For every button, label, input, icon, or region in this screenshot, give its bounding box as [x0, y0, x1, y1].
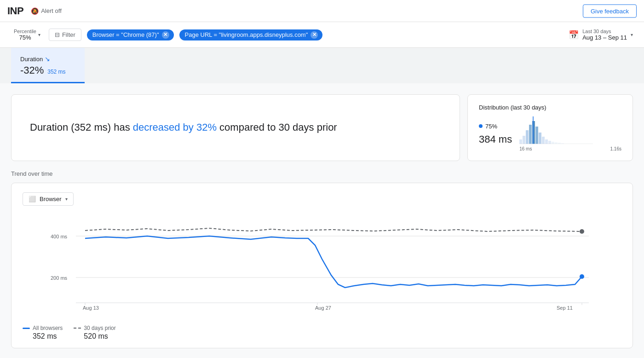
- url-filter-chip: Page URL = "livingroom.apps.disneyplus.c…: [179, 29, 323, 40]
- all-browsers-label: All browsers: [33, 325, 63, 331]
- chevron-down-icon: ▾: [38, 32, 40, 37]
- chart-area: 400 ms 200 ms Aug 13 Aug 27 Sep 11: [23, 213, 621, 341]
- svg-rect-2: [526, 130, 529, 144]
- tab-change: -32%: [20, 64, 44, 76]
- main-content: Duration (352 ms) has decreased by 32% c…: [0, 83, 644, 358]
- svg-point-27: [580, 274, 584, 279]
- dist-title: Distribution (last 30 days): [479, 104, 621, 111]
- date-range-value: Aug 13 – Sep 11: [582, 34, 627, 41]
- duration-tab[interactable]: Duration ↘ -32% 352 ms: [11, 48, 85, 83]
- all-browsers-value: 352 ms: [33, 332, 63, 341]
- prior-value: 520 ms: [84, 332, 115, 341]
- dist-percentile: 75%: [485, 123, 497, 130]
- dist-legend-item: 75%: [479, 123, 512, 130]
- svg-rect-10: [552, 142, 554, 144]
- summary-row: Duration (352 ms) has decreased by 32% c…: [11, 94, 633, 161]
- chip1-close-button[interactable]: ✕: [162, 31, 169, 39]
- calendar-icon: 📅: [569, 30, 579, 40]
- metric-tabs: Duration ↘ -32% 352 ms: [0, 48, 644, 83]
- browser-chevron-icon: ▾: [65, 196, 68, 202]
- chip1-label: Browser = "Chrome (87)": [92, 31, 159, 38]
- svg-rect-9: [548, 141, 551, 144]
- trend-section: Trend over time ⬜ Browser ▾ 400 ms 200 m…: [11, 170, 633, 348]
- browser-label: Browser: [40, 196, 62, 202]
- chart-legend: All browsers 352 ms 30 days prior 520 ms: [23, 321, 621, 341]
- browser-icon: ⬜: [29, 196, 36, 202]
- header: INP 🔕 Alert off Give feedback: [0, 0, 644, 22]
- percentile-button[interactable]: Percentile 75% ▾: [11, 27, 43, 43]
- inp-label: INP: [7, 5, 23, 17]
- svg-rect-11: [555, 142, 558, 144]
- filter-label: Filter: [62, 31, 75, 38]
- dist-dot: [479, 124, 483, 128]
- summary-text-after: compared to 30 days prior: [217, 121, 337, 133]
- alert-off-label: Alert off: [41, 7, 62, 14]
- dist-chart: 16 ms 1.16s: [519, 116, 621, 151]
- trend-down-icon: ↘: [45, 55, 50, 63]
- date-chevron-icon: ▾: [631, 32, 633, 37]
- summary-card: Duration (352 ms) has decreased by 32% c…: [11, 94, 460, 161]
- filter-icon: ⊟: [55, 31, 60, 38]
- browser-button[interactable]: ⬜ Browser ▾: [23, 192, 74, 206]
- percentile-label: Percentile: [14, 29, 36, 34]
- svg-text:Aug 13: Aug 13: [83, 305, 99, 311]
- toolbar: Percentile 75% ▾ ⊟ Filter Browser = "Chr…: [0, 22, 644, 48]
- legend-prior: 30 days prior 520 ms: [74, 325, 115, 341]
- dist-legend: 75% 384 ms: [479, 123, 512, 145]
- svg-text:Sep 11: Sep 11: [557, 305, 573, 311]
- tab-title: Duration ↘: [20, 55, 75, 63]
- bell-off-icon: 🔕: [31, 7, 39, 15]
- all-browsers-line-icon: [23, 328, 30, 329]
- svg-text:200 ms: 200 ms: [51, 275, 68, 281]
- prior-label: 30 days prior: [84, 325, 115, 331]
- prior-line-icon: [74, 328, 81, 329]
- legend-all-browsers: All browsers 352 ms: [23, 325, 63, 341]
- tab-sub: 352 ms: [47, 69, 65, 75]
- distribution-card: Distribution (last 30 days) 75% 384 ms: [467, 94, 633, 161]
- chip2-label: Page URL = "livingroom.apps.disneyplus.c…: [185, 31, 308, 38]
- date-range-label: Last 30 days: [582, 29, 627, 34]
- percentile-value: 75%: [19, 34, 31, 41]
- svg-rect-7: [542, 137, 545, 144]
- dist-axis-min: 16 ms: [519, 146, 532, 151]
- dist-axis: 16 ms 1.16s: [519, 146, 621, 151]
- svg-text:Aug 27: Aug 27: [315, 305, 331, 311]
- trend-title: Trend over time: [11, 170, 633, 177]
- svg-rect-3: [529, 125, 532, 144]
- dist-body: 75% 384 ms: [479, 116, 621, 151]
- alert-off-button[interactable]: 🔕 Alert off: [31, 7, 62, 15]
- svg-rect-1: [523, 136, 525, 144]
- give-feedback-button[interactable]: Give feedback: [583, 4, 637, 17]
- svg-rect-6: [539, 133, 541, 144]
- chip2-close-button[interactable]: ✕: [310, 31, 318, 39]
- trend-card: ⬜ Browser ▾ 400 ms 200 ms Aug 13 Aug 27 …: [11, 183, 633, 348]
- summary-text-before: Duration (352 ms) has: [30, 121, 133, 133]
- trend-chart: 400 ms 200 ms Aug 13 Aug 27 Sep 11: [23, 213, 621, 314]
- tab-value: -32% 352 ms: [20, 64, 75, 76]
- date-range-picker[interactable]: 📅 Last 30 days Aug 13 – Sep 11 ▾: [569, 29, 633, 41]
- svg-rect-4: [532, 121, 535, 144]
- tab-title-text: Duration: [20, 56, 43, 63]
- svg-rect-8: [545, 139, 548, 144]
- svg-text:400 ms: 400 ms: [51, 234, 68, 239]
- dist-value: 384 ms: [479, 133, 512, 145]
- summary-text: Duration (352 ms) has decreased by 32% c…: [30, 121, 337, 135]
- dist-axis-max: 1.16s: [610, 146, 621, 151]
- summary-highlight: decreased by 32%: [133, 121, 217, 133]
- svg-rect-5: [535, 127, 538, 144]
- svg-point-28: [580, 229, 584, 234]
- browser-filter-chip: Browser = "Chrome (87)" ✕: [87, 29, 174, 40]
- filter-button[interactable]: ⊟ Filter: [49, 29, 81, 41]
- svg-rect-0: [519, 139, 522, 144]
